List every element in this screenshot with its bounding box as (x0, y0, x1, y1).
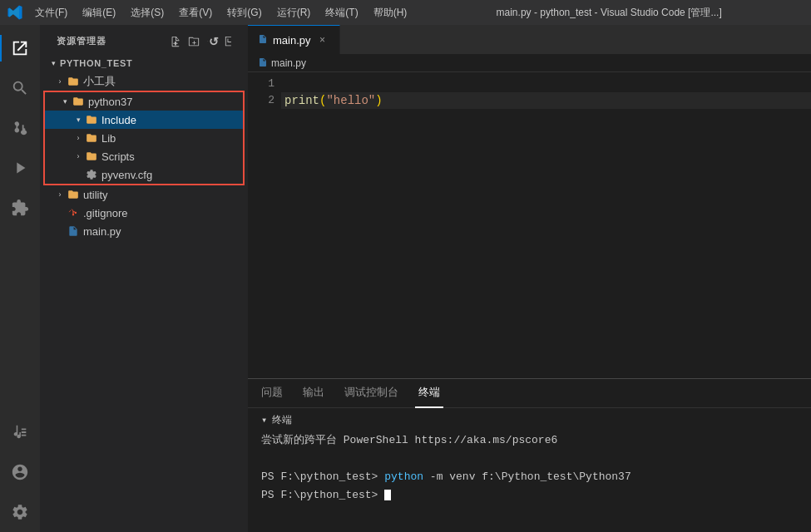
file-pyvenv[interactable]: pyvenv.cfg (45, 165, 243, 184)
terminal-prompt-1: PS F:\python_test> (261, 470, 384, 483)
breadcrumb: main.py (248, 54, 811, 72)
file-mainpy[interactable]: main.py (40, 222, 248, 240)
python37-label: python37 (88, 96, 133, 108)
main-container: 资源管理器 ↺ ▾ PY (0, 25, 811, 532)
menu-goto[interactable]: 转到(G) (220, 4, 268, 22)
menu-file[interactable]: 文件(F) (28, 4, 74, 22)
terminal-text-1: 尝试新的跨平台 PowerShell https://aka.ms/pscore… (261, 434, 557, 446)
project-label: PYTHON_TEST (60, 58, 132, 68)
menu-terminal[interactable]: 终端(T) (319, 4, 364, 22)
panel-tab-problems[interactable]: 问题 (258, 379, 286, 408)
tab-bar: main.py × (248, 25, 811, 54)
panel-tab-terminal[interactable]: 终端 (415, 379, 443, 408)
token-close-paren: ) (375, 92, 382, 109)
window-title: main.py - python_test - Visual Studio Co… (413, 6, 804, 20)
utility-folder-icon (67, 188, 80, 201)
lib-label: Lib (101, 132, 116, 145)
refresh-icon[interactable]: ↺ (205, 34, 220, 49)
gitignore-icon (67, 206, 80, 219)
terminal-line-blank (261, 451, 798, 467)
panel-area: 问题 输出 调试控制台 终端 ▾ 终端 尝试新的跨平台 PowerShell h… (248, 378, 811, 532)
terminal-line-cmd: PS F:\python_test> python -m venv f:\Pyt… (261, 469, 798, 485)
terminal-line-1: 尝试新的跨平台 PowerShell https://aka.ms/pscore… (261, 432, 798, 449)
explorer-activity-icon[interactable] (0, 28, 40, 68)
breadcrumb-icon (258, 57, 268, 69)
editor-area: main.py × main.py 1 2 print( (248, 25, 811, 532)
panel-tab-output[interactable]: 输出 (299, 379, 328, 408)
token-print: print (284, 92, 319, 109)
folder-lib[interactable]: › Lib (45, 129, 243, 147)
titlebar-menu: 文件(F) 编辑(E) 选择(S) 查看(V) 转到(G) 运行(R) 终端(T… (28, 4, 413, 22)
gitignore-label: .gitignore (83, 207, 127, 219)
chevron-down-icon: ▾ (261, 414, 267, 426)
sidebar: 资源管理器 ↺ ▾ PY (40, 25, 248, 532)
tab-mainpy-label: main.py (273, 34, 311, 47)
terminal-section-label: 终端 (272, 413, 292, 427)
sidebar-header-actions: ↺ (168, 34, 238, 49)
menu-view[interactable]: 查看(V) (172, 4, 219, 22)
tab-close-button[interactable]: × (316, 33, 329, 47)
titlebar: 文件(F) 编辑(E) 选择(S) 查看(V) 转到(G) 运行(R) 终端(T… (0, 0, 811, 25)
folder-scripts[interactable]: › Scripts (45, 147, 243, 165)
test-activity-icon[interactable] (0, 412, 40, 452)
python37-folder-icon (72, 95, 85, 108)
pyvenv-label: pyvenv.cfg (101, 169, 152, 181)
python37-chevron: ▾ (58, 95, 72, 108)
folder-xiaogongju[interactable]: › 小工具 (40, 72, 248, 91)
new-folder-icon[interactable] (186, 34, 201, 49)
file-gitignore[interactable]: .gitignore (40, 204, 248, 222)
pyvenv-file-icon (85, 168, 98, 181)
terminal-prompt-2: PS F:\python_test> (261, 489, 384, 501)
menu-help[interactable]: 帮助(H) (367, 4, 414, 22)
folder-python37[interactable]: ▾ python37 (45, 92, 243, 111)
code-editor[interactable]: 1 2 print("hello") (248, 72, 811, 378)
terminal-line-prompt: PS F:\python_test> (261, 487, 798, 504)
menu-edit[interactable]: 编辑(E) (76, 4, 122, 22)
include-label: Include (101, 114, 136, 126)
code-line-2: print("hello") (281, 92, 811, 109)
include-folder-icon (85, 113, 98, 126)
project-root[interactable]: ▾ PYTHON_TEST (40, 54, 248, 72)
pyvenv-chevron (72, 168, 85, 181)
search-activity-icon[interactable] (0, 68, 40, 108)
sidebar-title: 资源管理器 (57, 35, 106, 47)
source-control-activity-icon[interactable] (0, 108, 40, 148)
xiaogongju-chevron: › (53, 75, 67, 88)
include-chevron: ▾ (72, 113, 85, 126)
line-numbers: 1 2 (248, 72, 281, 378)
breadcrumb-label: main.py (271, 57, 306, 69)
tab-mainpy[interactable]: main.py × (248, 25, 340, 54)
folder-icon (67, 75, 80, 88)
lib-folder-icon (85, 131, 98, 145)
code-line-1 (281, 76, 811, 92)
folder-include[interactable]: ▾ Include (45, 111, 243, 129)
panel-tabs: 问题 输出 调试控制台 终端 (248, 379, 811, 408)
extensions-activity-icon[interactable] (0, 188, 40, 228)
folder-utility[interactable]: › utility (40, 185, 248, 204)
menu-run[interactable]: 运行(R) (270, 4, 318, 22)
sidebar-header: 资源管理器 ↺ (40, 25, 248, 54)
menu-select[interactable]: 选择(S) (124, 4, 171, 22)
settings-activity-icon[interactable] (0, 492, 40, 532)
vscode-logo (7, 4, 23, 21)
gitignore-chevron (53, 206, 67, 219)
panel-content[interactable]: ▾ 终端 尝试新的跨平台 PowerShell https://aka.ms/p… (248, 408, 811, 532)
project-chevron: ▾ (47, 57, 60, 70)
scripts-label: Scripts (101, 150, 135, 163)
run-activity-icon[interactable] (0, 148, 40, 188)
terminal-python-cmd: python (384, 470, 423, 483)
account-activity-icon[interactable] (0, 452, 40, 492)
panel-tab-debug[interactable]: 调试控制台 (341, 379, 402, 408)
lib-chevron: › (72, 131, 85, 145)
utility-label: utility (83, 189, 108, 201)
terminal-cursor (384, 490, 391, 500)
token-string: "hello" (326, 92, 375, 109)
mainpy-label: main.py (83, 225, 121, 238)
mainpy-icon (67, 224, 80, 238)
mainpy-chevron (53, 224, 67, 238)
scripts-folder-icon (85, 150, 98, 163)
collapse-all-icon[interactable] (223, 34, 238, 49)
xiaogongju-label: 小工具 (83, 74, 116, 89)
new-file-icon[interactable] (168, 34, 183, 49)
code-content[interactable]: print("hello") (281, 72, 811, 378)
